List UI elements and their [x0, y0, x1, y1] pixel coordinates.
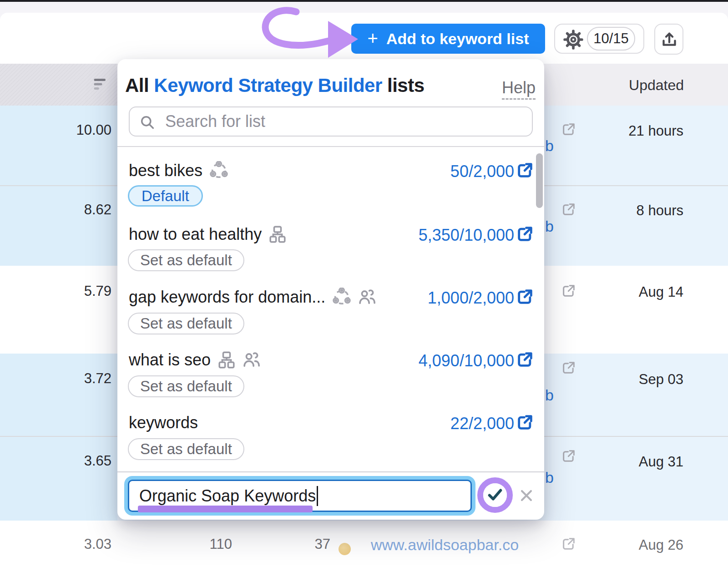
annotation-underline [138, 506, 313, 512]
add-button-label: Add to keyword list [386, 30, 529, 48]
keyword-count-link[interactable]: 1,000/2,000 [428, 289, 514, 308]
export-button[interactable] [654, 24, 683, 55]
confirm-new-list-button[interactable] [483, 483, 507, 507]
sitemap-icon [217, 351, 236, 369]
traffic-value: 3.03 [84, 536, 111, 552]
divider [117, 146, 544, 147]
add-to-keyword-list-button[interactable]: + Add to keyword list [351, 24, 545, 54]
shared-users-icon [243, 351, 261, 369]
dropdown-title: All Keyword Strategy Builder lists [125, 75, 425, 96]
updated-value: 21 hours [628, 123, 683, 139]
traffic-value: 8.62 [84, 202, 111, 218]
kd-difficulty-dot [339, 543, 351, 555]
keyword-strategy-builder-link[interactable]: Keyword Strategy Builder [154, 75, 382, 96]
set-as-default-button[interactable]: Set as default [128, 249, 244, 271]
traffic-value: 10.00 [76, 122, 111, 138]
list-item-how-to-eat-healthy[interactable]: how to eat healthy 5,350/10,000 Set as d… [117, 223, 544, 278]
list-name: gap keywords for domain... [129, 288, 325, 307]
checkmark-icon [487, 488, 503, 501]
traffic-cell-shade [0, 354, 117, 436]
list-name: best bikes [129, 161, 202, 180]
url-link-tail[interactable]: b [545, 218, 554, 235]
search-input[interactable] [165, 108, 525, 135]
volume-value: 110 [210, 536, 232, 552]
external-link-icon[interactable] [561, 283, 576, 299]
dropdown-scrollbar-thumb[interactable] [536, 153, 543, 208]
url-link[interactable]: www.awildsoapbar.co [371, 536, 519, 554]
external-link-icon[interactable] [561, 448, 576, 464]
screen: Traffic % Updated 10.00 8.62 5.79 3.72 3… [0, 0, 728, 567]
x-icon [519, 488, 534, 503]
traffic-value: 3.65 [84, 453, 111, 469]
sort-descending-icon [93, 77, 110, 91]
list-name: what is seo [129, 350, 211, 370]
external-link-icon[interactable] [561, 360, 576, 375]
external-link-icon[interactable] [516, 161, 534, 179]
list-settings-button[interactable]: 10/15 [554, 24, 644, 54]
keyword-count-link[interactable]: 5,350/10,000 [419, 226, 514, 245]
url-link-tail[interactable]: b [545, 469, 554, 486]
keyword-lists-dropdown: All Keyword Strategy Builder lists Help … [117, 59, 544, 520]
kd-value: 37 [315, 536, 330, 552]
list-name: how to eat healthy [129, 225, 262, 244]
external-link-icon[interactable] [516, 413, 534, 431]
help-link[interactable]: Help [502, 78, 536, 100]
traffic-cell-shade [0, 437, 117, 521]
traffic-header-cell[interactable]: Traffic % [0, 64, 117, 106]
url-link-tail[interactable]: b [545, 386, 554, 404]
traffic-cell-shade [0, 106, 117, 185]
updated-value: Aug 26 [639, 537, 683, 553]
cluster-icon [209, 161, 228, 180]
list-item-gap-keywords[interactable]: gap keywords for domain... 1,000/2,000 S… [117, 286, 544, 341]
updated-value: Sep 03 [639, 371, 683, 388]
url-link-tail[interactable]: b [545, 137, 554, 155]
updated-value: Aug 14 [639, 284, 683, 300]
external-link-icon[interactable] [561, 122, 576, 137]
external-link-icon[interactable] [516, 225, 534, 243]
external-link-icon[interactable] [516, 350, 534, 369]
keyword-count-link[interactable]: 4,090/10,000 [419, 351, 514, 370]
new-list-input-value: Organic Soap Keywords [139, 486, 316, 506]
updated-value: Aug 31 [639, 454, 683, 470]
divider [117, 471, 544, 472]
traffic-value: 3.72 [84, 370, 111, 387]
external-link-icon[interactable] [561, 202, 576, 217]
set-as-default-button[interactable]: Set as default [128, 313, 244, 334]
list-item-best-bikes[interactable]: best bikes 50/2,000 Default [117, 160, 544, 214]
plus-icon: + [368, 29, 378, 47]
title-suffix: lists [382, 75, 425, 96]
external-link-icon[interactable] [516, 288, 534, 306]
updated-value: 8 hours [637, 202, 683, 219]
set-as-default-button[interactable]: Set as default [128, 438, 244, 460]
gear-icon [563, 30, 583, 50]
title-prefix: All [125, 75, 154, 96]
upload-icon [660, 30, 678, 49]
list-limit-badge: 10/15 [587, 27, 635, 51]
list-item-what-is-seo[interactable]: what is seo 4,090/10,000 Set as default [117, 349, 544, 404]
text-cursor [317, 486, 318, 506]
traffic-cell-shade [0, 186, 117, 266]
set-as-default-button[interactable]: Set as default [128, 375, 244, 397]
list-item-keywords[interactable]: keywords 22/2,000 Set as default [117, 412, 544, 466]
traffic-value: 5.79 [84, 283, 111, 299]
default-badge: Default [128, 185, 203, 207]
list-search-box [129, 106, 533, 137]
cancel-new-list-button[interactable] [519, 488, 534, 503]
keyword-count-link[interactable]: 50/2,000 [450, 162, 514, 181]
sitemap-icon [268, 225, 287, 243]
updated-header-label: Updated [629, 77, 684, 94]
list-name: keywords [129, 413, 198, 432]
cluster-icon [332, 288, 351, 307]
shared-users-icon [358, 288, 376, 306]
keyword-count-link[interactable]: 22/2,000 [450, 414, 514, 433]
window-edge [0, 0, 728, 2]
search-icon [139, 114, 156, 131]
external-link-icon[interactable] [561, 536, 576, 552]
